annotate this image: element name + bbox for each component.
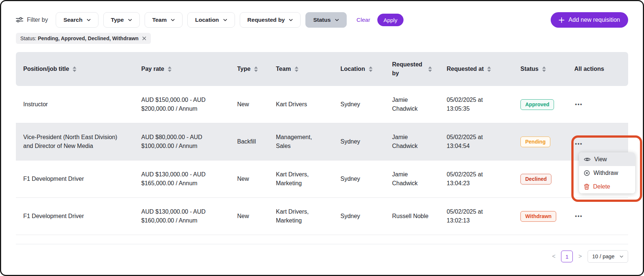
status-badge: Pending (520, 137, 550, 147)
cell-team: Management, Sales (269, 123, 333, 161)
cell-type: New (230, 198, 269, 235)
cell-requested-by: Jamie Chadwick (385, 161, 439, 198)
menu-item-delete[interactable]: Delete (579, 180, 635, 193)
sort-icon[interactable] (542, 66, 546, 72)
chevron-down-icon (620, 255, 623, 258)
cell-status: Withdrawn (513, 198, 567, 235)
header-position[interactable]: Position/job title (16, 52, 134, 86)
circle-x-icon (584, 170, 590, 176)
cell-type: Backfill (230, 123, 269, 161)
status-badge: Approved (520, 99, 554, 110)
header-pay-rate[interactable]: Pay rate (134, 52, 230, 86)
header-requested-by[interactable]: Requested by (385, 52, 439, 86)
clear-filters-button[interactable]: Clear (354, 16, 373, 24)
cell-requested-at: 05/02/2025 at 13:04:54 (439, 123, 513, 161)
table-row[interactable]: F1 Development Driver AUD $130,000.00 - … (16, 198, 628, 235)
plus-icon (559, 17, 564, 23)
actions-menu: View Withdraw Delete (579, 152, 635, 193)
filter-bar: Filter by Search Type Team Location Requ… (1, 1, 643, 28)
filter-dropdown-search[interactable]: Search (56, 12, 98, 28)
header-team[interactable]: Team (269, 52, 333, 86)
cell-position: Vice-President (North East Division) and… (16, 123, 134, 161)
row-actions-button[interactable]: ••• (574, 100, 584, 109)
sort-icon[interactable] (487, 66, 491, 72)
eye-icon (584, 157, 591, 162)
cell-type: New (230, 161, 269, 198)
table-row[interactable]: Vice-President (North East Division) and… (16, 123, 628, 161)
sort-icon[interactable] (254, 66, 258, 72)
cell-location: Sydney (333, 161, 385, 198)
status-badge: Withdrawn (520, 211, 556, 222)
requisitions-page: Filter by Search Type Team Location Requ… (0, 0, 644, 276)
table-row[interactable]: Instructor AUD $150,000.00 - AUD $200,00… (16, 86, 628, 123)
close-icon[interactable] (142, 36, 146, 41)
header-location[interactable]: Location (333, 52, 385, 86)
sort-icon[interactable] (428, 66, 432, 72)
cell-pay-rate: AUD $150,000.00 - AUD $200,000.00 / Annu… (134, 86, 230, 123)
cell-location: Sydney (333, 198, 385, 235)
filter-dropdown-type[interactable]: Type (103, 12, 140, 28)
pagination: < 1 > 10 / page (1, 244, 643, 263)
cell-team: Kart Drivers, Marketing (269, 161, 333, 198)
cell-team: Kart Drivers, Marketing (269, 198, 333, 235)
cell-location: Sydney (333, 123, 385, 161)
requisitions-table-container: Position/job title Pay rate Type Team Lo… (16, 52, 628, 244)
row-actions-button[interactable]: ••• (574, 212, 584, 221)
header-all-actions: All actions (567, 52, 628, 86)
active-filters-row: Status: Pending, Approved, Declined, Wit… (1, 28, 643, 44)
row-actions-button[interactable]: ••• (574, 139, 584, 148)
current-page[interactable]: 1 (561, 251, 573, 262)
header-type[interactable]: Type (230, 52, 269, 86)
cell-requested-by: Russell Noble (385, 198, 439, 235)
status-filter-chip: Status: Pending, Approved, Declined, Wit… (16, 33, 151, 44)
menu-item-view[interactable]: View (579, 152, 635, 166)
status-badge: Declined (520, 174, 551, 184)
cell-requested-at: 05/02/2025 at 13:05:35 (439, 86, 513, 123)
header-requested-at[interactable]: Requested at (439, 52, 513, 86)
cell-type: New (230, 86, 269, 123)
chevron-down-icon (335, 19, 339, 21)
table-row[interactable]: F1 Development Driver AUD $130,000.00 - … (16, 161, 628, 198)
filter-dropdown-location[interactable]: Location (187, 12, 235, 28)
chevron-down-icon (289, 19, 293, 21)
filter-dropdown-team[interactable]: Team (145, 12, 183, 28)
sort-icon[interactable] (295, 66, 298, 72)
page-size-select[interactable]: 10 / page (588, 250, 628, 263)
chevron-down-icon (128, 19, 132, 21)
cell-status: Declined (513, 161, 567, 198)
cell-requested-at: 05/02/2025 at 13:04:23 (439, 161, 513, 198)
chevron-down-icon (171, 19, 175, 21)
cell-status: Approved (513, 86, 567, 123)
table-header-row: Position/job title Pay rate Type Team Lo… (16, 52, 628, 86)
trash-icon (584, 184, 589, 190)
menu-item-withdraw[interactable]: Withdraw (579, 166, 635, 180)
filter-dropdown-status[interactable]: Status (305, 12, 346, 28)
cell-pay-rate: AUD $130,000.00 - AUD $160,000.00 / Annu… (134, 198, 230, 235)
chevron-down-icon (87, 19, 91, 21)
sort-icon[interactable] (369, 66, 373, 72)
cell-position: F1 Development Driver (16, 161, 134, 198)
sort-icon[interactable] (168, 66, 172, 72)
cell-requested-by: Jamie Chadwick (385, 123, 439, 161)
next-page-button[interactable]: > (577, 252, 583, 261)
chevron-down-icon (223, 19, 227, 21)
cell-pay-rate: AUD $80,000.00 - AUD $100,000.00 / Annum (134, 123, 230, 161)
cell-requested-by: Jamie Chadwick (385, 86, 439, 123)
filter-by: Filter by (16, 17, 48, 23)
cell-team: Kart Drivers (269, 86, 333, 123)
cell-position: Instructor (16, 86, 134, 123)
cell-status: Pending (513, 123, 567, 161)
cell-requested-at: 05/02/2025 at 13:02:13 (439, 198, 513, 235)
add-new-requisition-button[interactable]: Add new requisition (551, 12, 628, 28)
cell-actions: ••• (567, 86, 628, 123)
sort-icon[interactable] (73, 66, 76, 72)
cell-location: Sydney (333, 86, 385, 123)
header-status[interactable]: Status (513, 52, 567, 86)
cell-actions: ••• (567, 198, 628, 235)
chip-label: Status: Pending, Approved, Declined, Wit… (20, 35, 139, 41)
filter-icon (16, 17, 23, 23)
cell-position: F1 Development Driver (16, 198, 134, 235)
apply-filters-button[interactable]: Apply (377, 14, 404, 26)
prev-page-button[interactable]: < (551, 252, 557, 261)
filter-dropdown-requested-by[interactable]: Requested by (240, 12, 301, 28)
